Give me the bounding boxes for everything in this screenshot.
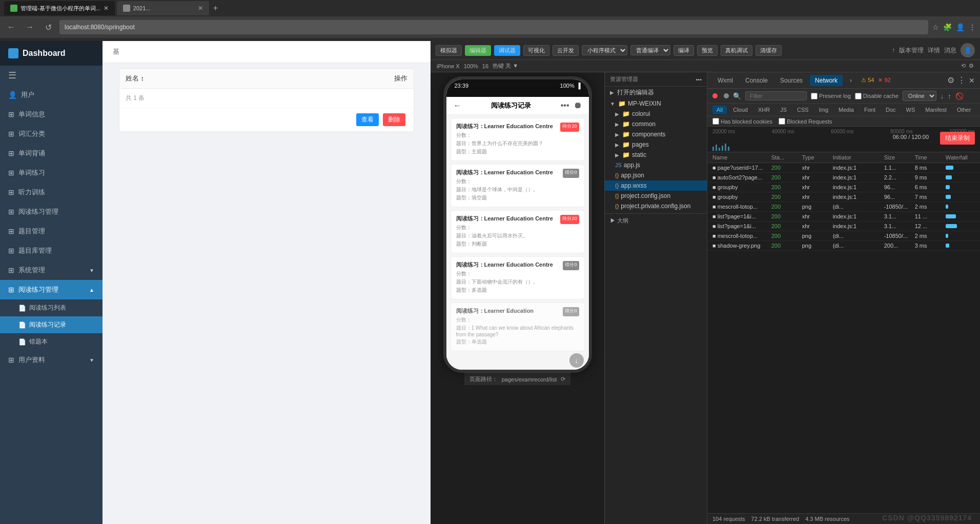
type-css[interactable]: CSS: [793, 106, 813, 114]
devtools-settings-icon[interactable]: ⚙: [947, 75, 954, 85]
preserve-log-check[interactable]: [811, 93, 818, 99]
network-row-1[interactable]: ■ page?userid=17... 200 xhr index.js:1 1…: [707, 163, 980, 173]
messages-btn[interactable]: 消息: [944, 46, 956, 55]
network-row-7[interactable]: ■ list?page=1&i... 200 xhr index.js:1 3.…: [707, 221, 980, 231]
file-tree-projconfig[interactable]: {} project.config.json: [605, 191, 707, 201]
file-tree-appjson[interactable]: {} app.json: [605, 170, 707, 180]
bookmark-icon[interactable]: ☆: [932, 23, 939, 31]
devtools-tab-console[interactable]: Console: [740, 75, 773, 86]
throttle-select[interactable]: Online: [903, 91, 936, 101]
sidebar-item-words[interactable]: ⊞ 单词信息: [0, 105, 103, 124]
new-tab-btn[interactable]: +: [213, 4, 218, 13]
clear-network-icon[interactable]: 🚫: [955, 92, 964, 100]
simulator-btn[interactable]: 模拟器: [436, 45, 462, 56]
page-path-icon[interactable]: ⟳: [561, 376, 565, 382]
address-bar[interactable]: localhost:8080/springboot: [59, 20, 928, 34]
reading-card-1[interactable]: 阅读练习：Learner Education Centre 待分20 分数： 题…: [451, 118, 585, 161]
type-manifest[interactable]: Manifest: [921, 106, 951, 114]
has-blocked-check[interactable]: [712, 118, 719, 125]
devtools-tab-more[interactable]: ›: [845, 75, 857, 86]
editor-btn[interactable]: 编辑器: [465, 45, 491, 56]
sidebar-item-listen[interactable]: ⊞ 听力训练: [0, 183, 103, 202]
more-icon[interactable]: •••: [561, 101, 569, 110]
refresh-btn[interactable]: ↺: [41, 20, 55, 34]
view-btn[interactable]: 查看: [356, 113, 379, 126]
record-icon[interactable]: ⏺: [574, 101, 582, 110]
delete-btn[interactable]: 删除: [383, 113, 405, 126]
sidebar-item-categories[interactable]: ⊞ 词汇分类: [0, 124, 103, 144]
type-media[interactable]: Media: [834, 106, 858, 114]
sidebar-item-questions[interactable]: ⊞ 题目管理: [0, 221, 103, 241]
file-tree-editors[interactable]: ▶ 打开的编辑器: [605, 87, 707, 98]
record-dot[interactable]: [712, 93, 718, 98]
type-ws[interactable]: WS: [902, 106, 920, 114]
sidebar-sub-reading-record[interactable]: 📄 阅读练习记录: [0, 316, 103, 333]
blocked-requests-checkbox[interactable]: Blocked Requests: [779, 118, 832, 125]
network-row-5[interactable]: ■ mescroll-totop... 200 png (di... -1085…: [707, 202, 980, 212]
sidebar-item-practice[interactable]: ⊞ 单词练习: [0, 163, 103, 183]
sidebar-item-system[interactable]: ⊞ 系统管理 ▼: [0, 260, 103, 280]
type-doc[interactable]: Doc: [882, 106, 900, 114]
end-record-btn[interactable]: 结束录制: [940, 132, 975, 145]
devtools-tab-wxml[interactable]: Wxml: [712, 75, 738, 86]
disable-cache-check[interactable]: [855, 93, 862, 99]
type-all[interactable]: All: [712, 106, 727, 114]
sidebar-sub-error-words[interactable]: 📄 错题本: [0, 333, 103, 350]
search-icon[interactable]: 🔍: [733, 92, 741, 100]
avatar[interactable]: 👤: [961, 43, 975, 57]
preview-btn[interactable]: 预览: [697, 45, 718, 56]
sidebar-item-reading-mgmt[interactable]: ⊞ 阅读练习管理: [0, 202, 103, 221]
type-cloud[interactable]: Cloud: [729, 106, 752, 114]
phone-settings-icon[interactable]: ⚙: [969, 63, 974, 69]
reading-card-4[interactable]: 阅读练习：Learner Education Centre 得分0 分数： 题目…: [451, 256, 585, 299]
details-btn[interactable]: 详情: [928, 46, 940, 55]
file-tree-components[interactable]: ▶ 📁 components: [605, 129, 707, 139]
reading-card-3[interactable]: 阅读练习：Learner Education Centre 待分20 分数： 题…: [451, 210, 585, 253]
clear-cache-btn[interactable]: 清缓存: [756, 45, 782, 56]
tab-close-2[interactable]: ✕: [198, 5, 203, 12]
sidebar-item-reading-mgmt2[interactable]: ⊞ 阅读练习管理 ▲: [0, 280, 103, 299]
network-row-3[interactable]: ■ groupby 200 xhr index.js:1 96... 6 ms: [707, 183, 980, 192]
devtools-tab-sources[interactable]: Sources: [775, 75, 808, 86]
file-tree-appwxss[interactable]: {} app.wxss: [605, 180, 707, 191]
has-blocked-checkbox[interactable]: Has blocked cookies: [712, 118, 772, 125]
export-icon[interactable]: ↑: [948, 92, 951, 100]
file-tree-appjs[interactable]: JS app.js: [605, 160, 707, 170]
sidebar-item-question-bank[interactable]: ⊞ 题目库管理: [0, 241, 103, 260]
blocked-requests-check[interactable]: [779, 118, 785, 125]
type-other[interactable]: Other: [953, 106, 975, 114]
mode-select[interactable]: 小程序模式: [582, 45, 627, 55]
reading-card-2[interactable]: 阅读练习：Learner Education Centre 得分0 分数： 题目…: [451, 164, 585, 207]
visual-btn[interactable]: 可视化: [523, 45, 549, 56]
filter-input[interactable]: [745, 91, 807, 100]
scroll-to-bottom-btn[interactable]: ↓: [569, 353, 584, 368]
file-tree-projprivate[interactable]: {} project.private.config.json: [605, 201, 707, 211]
network-row-9[interactable]: ■ shadow-grey.png 200 png (di... 200... …: [707, 241, 980, 251]
clear-dot[interactable]: [724, 93, 729, 98]
sidebar-collapse-btn[interactable]: ☰: [0, 66, 103, 85]
back-arrow-icon[interactable]: ←: [454, 101, 462, 110]
file-tree-menu-icon[interactable]: •••: [696, 76, 702, 83]
version-mgmt-btn[interactable]: 版本管理: [899, 46, 924, 55]
back-btn[interactable]: ←: [4, 20, 18, 34]
preserve-log-checkbox[interactable]: Preserve log: [811, 93, 851, 99]
file-tree-static[interactable]: ▶ 📁 static: [605, 150, 707, 160]
forward-btn[interactable]: →: [23, 20, 37, 34]
tab-close-1[interactable]: ✕: [104, 5, 109, 12]
disable-cache-checkbox[interactable]: Disable cache: [855, 93, 899, 99]
devtools-tab-network[interactable]: Network: [810, 75, 843, 86]
type-font[interactable]: Font: [860, 106, 880, 114]
profile-icon[interactable]: 👤: [956, 23, 965, 31]
devtools-close-btn[interactable]: ✕: [969, 76, 975, 85]
file-tree-colorui[interactable]: ▶ 📁 colorui: [605, 109, 707, 119]
rotate-icon[interactable]: ⟲: [961, 63, 966, 69]
file-tree-common[interactable]: ▶ 📁 common: [605, 119, 707, 129]
type-img[interactable]: Img: [815, 106, 832, 114]
cloud-btn[interactable]: 云开发: [553, 45, 579, 56]
browser-tab-2[interactable]: 2021... ✕: [117, 1, 209, 15]
network-row-2[interactable]: ■ autoSort2?page... 200 xhr index.js:1 2…: [707, 173, 980, 183]
upload-icon[interactable]: ↑: [892, 47, 895, 54]
network-row-6[interactable]: ■ list?page=1&i... 200 xhr index.js:1 3.…: [707, 212, 980, 221]
compile-btn[interactable]: 编译: [673, 45, 694, 56]
sidebar-item-memorize[interactable]: ⊞ 单词背诵: [0, 144, 103, 163]
